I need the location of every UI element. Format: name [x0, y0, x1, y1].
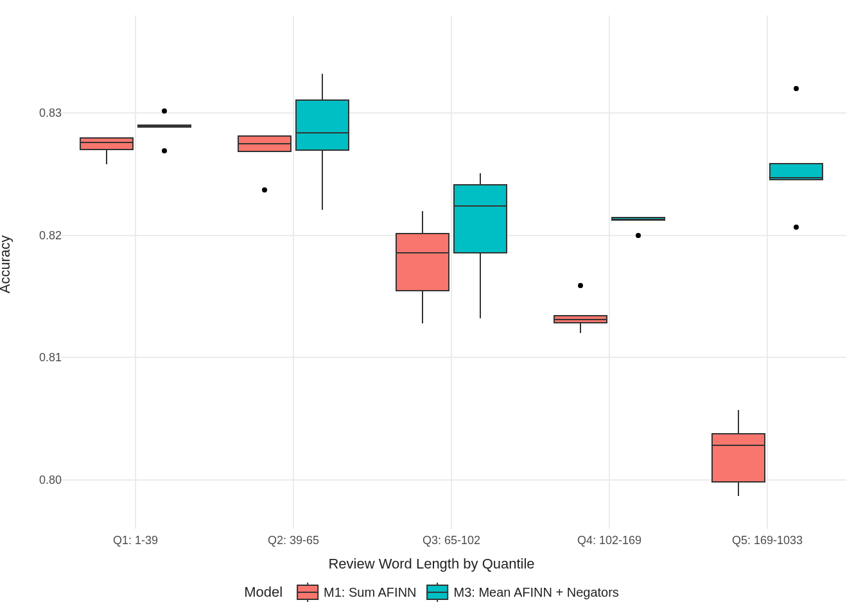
- outlier-point: [636, 233, 641, 238]
- grid-line-x: [293, 15, 294, 529]
- grid-line-x-minor: [530, 15, 531, 16]
- box: [295, 99, 349, 151]
- grid-line-x: [767, 15, 768, 529]
- legend-item-m3: M3: Mean AFINN + Negators: [427, 585, 619, 600]
- y-axis-title: Accuracy: [0, 235, 13, 293]
- outlier-point: [262, 187, 267, 193]
- y-tick-label: 0.81: [10, 351, 62, 364]
- box: [80, 137, 134, 150]
- grid-line-y-minor: [57, 419, 57, 420]
- median-line: [80, 142, 134, 143]
- outlier-point: [794, 225, 799, 230]
- legend-title: Model: [244, 584, 283, 601]
- legend-key-m3: [427, 585, 449, 600]
- y-tick-label: 0.82: [10, 228, 62, 242]
- legend-label-m3: M3: Mean AFINN + Negators: [454, 585, 619, 600]
- x-tick-label: Q1: 1-39: [113, 534, 158, 547]
- median-line: [711, 445, 765, 446]
- whisker: [480, 173, 481, 184]
- median-line: [554, 319, 607, 320]
- legend-label-m1: M1: Sum AFINN: [324, 585, 416, 600]
- legend: Model M1: Sum AFINN M3: Mean AFINN + Neg…: [244, 584, 619, 601]
- grid-line-x: [135, 15, 136, 529]
- whisker: [422, 291, 423, 323]
- boxplot-chart: Accuracy Review Word Length by Quantile …: [0, 0, 863, 616]
- whisker: [480, 253, 481, 318]
- median-line: [453, 205, 507, 207]
- plot-panel: [57, 15, 846, 529]
- x-axis-title: Review Word Length by Quantile: [328, 556, 534, 572]
- x-tick-label: Q5: 169-1033: [732, 534, 803, 547]
- whisker: [322, 151, 323, 209]
- whisker: [738, 410, 739, 433]
- grid-line-x-minor: [214, 15, 215, 16]
- median-line: [396, 252, 449, 253]
- grid-line-x-minor: [688, 15, 689, 16]
- x-tick-label: Q2: 39-65: [268, 534, 319, 547]
- grid-line-x: [451, 15, 452, 529]
- grid-line-x: [609, 15, 610, 529]
- outlier-point: [162, 108, 167, 114]
- outlier-point: [578, 283, 583, 288]
- grid-line-y-minor: [57, 175, 57, 175]
- median-line: [238, 143, 292, 144]
- median-line: [137, 124, 191, 126]
- whisker: [738, 483, 739, 496]
- whisker: [322, 74, 323, 99]
- grid-line-x-minor: [372, 15, 373, 16]
- y-tick-label: 0.83: [10, 107, 62, 120]
- legend-item-m1: M1: Sum AFINN: [297, 585, 416, 600]
- y-tick-label: 0.80: [10, 473, 62, 486]
- x-tick-label: Q3: 65-102: [423, 534, 480, 547]
- median-line: [611, 219, 665, 220]
- box: [396, 233, 449, 291]
- outlier-point: [794, 86, 799, 91]
- outlier-point: [162, 148, 167, 153]
- grid-line-y-minor: [57, 296, 57, 297]
- whisker: [422, 211, 423, 233]
- whisker: [580, 323, 581, 333]
- box: [453, 184, 507, 254]
- median-line: [295, 132, 349, 133]
- x-tick-label: Q4: 102-169: [577, 534, 641, 547]
- legend-key-m1: [297, 585, 318, 600]
- whisker: [106, 150, 107, 165]
- median-line: [769, 177, 823, 178]
- box: [711, 433, 765, 482]
